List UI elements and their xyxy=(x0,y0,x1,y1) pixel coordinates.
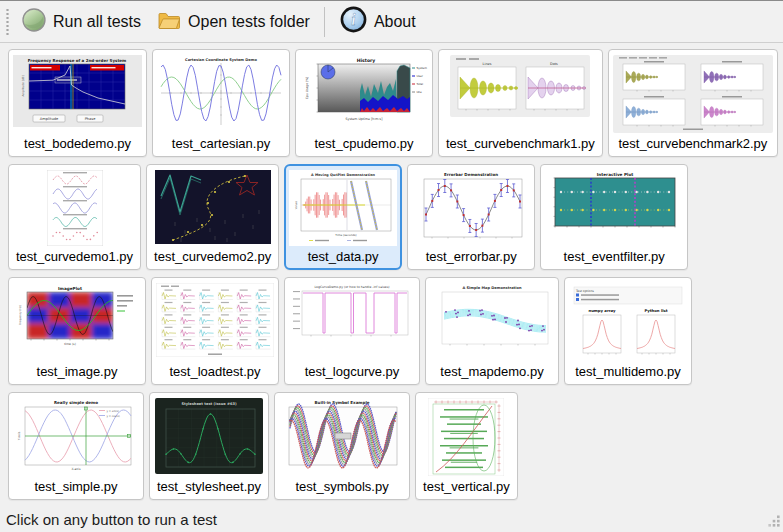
thumbnail: Frequency Response of a 2nd-order System… xyxy=(13,55,142,127)
thumbnail-test_stylesheet.py: Stylesheet test (issue #63) xyxy=(155,398,263,474)
thumbnail-test_symbols.py: Built-in Symbol Example xyxy=(279,398,405,472)
thumbnail-test_curvebenchmark2.py xyxy=(613,55,773,133)
svg-text:Cpu Usage [%]: Cpu Usage [%] xyxy=(305,77,309,99)
svg-text:LogCurveDemo.py (or how to han: LogCurveDemo.py (or how to handle -inf v… xyxy=(314,285,389,289)
svg-text:Built-in Symbol Example: Built-in Symbol Example xyxy=(315,400,370,405)
test-card-label: test_vertical.py xyxy=(420,476,513,497)
thumbnail-test_eventfilter.py: Interactive Plot xyxy=(545,170,683,234)
test-card-label: test_errorbar.py xyxy=(423,246,520,267)
thumbnail-test_loadtest.py xyxy=(156,283,274,357)
run-all-tests-button[interactable]: Run all tests xyxy=(17,4,151,40)
thumbnail: Really simple demoy = sin(x)y = cos(x)Y-… xyxy=(13,398,139,472)
svg-text:Python list: Python list xyxy=(644,308,667,313)
tests-grid: Frequency Response of a 2nd-order System… xyxy=(0,43,783,500)
test-card-test_curvebenchmark1.py[interactable]: LinesDotstest_curvebenchmark1.py xyxy=(438,49,603,157)
svg-text:Y-axis: Y-axis xyxy=(17,431,21,440)
test-card-test_symbols.py[interactable]: Built-in Symbol Exampletest_symbols.py xyxy=(274,392,410,500)
svg-text:System Uptime [h:m:s]: System Uptime [h:m:s] xyxy=(346,117,383,121)
test-card-label: test_multidemo.py xyxy=(572,361,684,382)
test-card-test_simple.py[interactable]: Really simple demoy = sin(x)y = cos(x)Y-… xyxy=(8,392,144,500)
test-card-test_curvebenchmark2.py[interactable]: test_curvebenchmark2.py xyxy=(608,49,778,157)
thumbnail: Errorbar Demonstration xyxy=(412,170,530,244)
test-card-label: test_curvedemo1.py xyxy=(13,246,136,267)
svg-text:Dots: Dots xyxy=(551,62,559,66)
grid-row: ImagePlotFrequency (Hz)time (s)test_imag… xyxy=(8,277,779,385)
svg-text:ImagePlot: ImagePlot xyxy=(58,286,82,291)
svg-text:System: System xyxy=(417,66,428,70)
test-card-test_image.py[interactable]: ImagePlotFrequency (Hz)time (s)test_imag… xyxy=(8,277,146,385)
thumbnail-test_simple.py: Really simple demoy = sin(x)y = cos(x)Y-… xyxy=(13,398,139,472)
test-card-label: test_logcurve.py xyxy=(302,361,403,382)
svg-text:Amplitude: Amplitude xyxy=(40,117,59,121)
toolbar-separator xyxy=(324,7,325,37)
thumbnail: HistorySystemUserTotalIdleCpu Usage [%]S… xyxy=(300,55,428,123)
thumbnail-test_curvedemo1.py xyxy=(47,170,103,246)
svg-text:Test options: Test options xyxy=(575,289,594,293)
test-card-test_bodedemo.py[interactable]: Frequency Response of a 2nd-order System… xyxy=(8,49,147,157)
svg-text:Phase: Phase xyxy=(85,117,97,121)
test-card-test_cartesian.py[interactable]: Cartesian Coordinate System Demotest_car… xyxy=(152,49,290,157)
thumbnail xyxy=(156,283,274,357)
thumbnail: A Simple Map Demonstration xyxy=(430,283,554,353)
test-card-test_cpudemo.py[interactable]: HistorySystemUserTotalIdleCpu Usage [%]S… xyxy=(295,49,433,157)
grid-row: test_curvedemo1.pytest_curvedemo2.pyA Mo… xyxy=(8,164,779,270)
test-card-test_mapdemo.py[interactable]: A Simple Map Demonstrationtest_mapdemo.p… xyxy=(425,277,559,385)
test-card-label: test_bodedemo.py xyxy=(21,133,134,154)
test-card-test_multidemo.py[interactable]: Test optionsnumpy arrayPython listtest_m… xyxy=(564,277,692,385)
test-card-test_stylesheet.py[interactable]: Stylesheet test (issue #63)test_styleshe… xyxy=(149,392,269,500)
thumbnail: Cartesian Coordinate System Demo xyxy=(157,55,285,127)
test-card-label: test_image.py xyxy=(34,361,121,382)
open-tests-folder-button[interactable]: Open tests folder xyxy=(153,6,320,38)
test-card-label: test_data.py xyxy=(305,246,382,267)
svg-text:numpy array: numpy array xyxy=(588,308,616,313)
open-tests-folder-label: Open tests folder xyxy=(188,13,310,31)
test-card-test_curvedemo1.py[interactable]: test_curvedemo1.py xyxy=(8,164,141,270)
thumbnail: Stylesheet test (issue #63) xyxy=(154,398,264,474)
thumbnail-test_cpudemo.py: HistorySystemUserTotalIdleCpu Usage [%]S… xyxy=(300,55,428,123)
svg-text:y = sin(x): y = sin(x) xyxy=(107,410,120,413)
thumbnail-test_image.py: ImagePlotFrequency (Hz)time (s) xyxy=(13,283,141,355)
thumbnail xyxy=(613,55,773,133)
test-card-label: test_symbols.py xyxy=(292,476,391,497)
test-card-label: test_curvebenchmark2.py xyxy=(615,133,770,154)
about-info-icon: i xyxy=(339,5,368,38)
test-card-test_loadtest.py[interactable]: test_loadtest.py xyxy=(151,277,279,385)
resize-grip-icon[interactable] xyxy=(768,513,780,530)
about-button[interactable]: i About xyxy=(335,2,426,41)
toolbar-grip[interactable] xyxy=(4,7,10,37)
test-card-label: test_cartesian.py xyxy=(169,133,273,154)
svg-text:Values: Values xyxy=(295,200,298,209)
thumbnail: Interactive Plot xyxy=(545,170,683,234)
svg-text:History: History xyxy=(357,58,375,63)
toolbar: Run all tests Open tests folder i xyxy=(0,1,783,43)
run-sphere-icon xyxy=(21,7,47,37)
test-card-test_curvedemo2.py[interactable]: test_curvedemo2.py xyxy=(146,164,279,270)
test-card-test_vertical.py[interactable]: test_vertical.py xyxy=(415,392,518,500)
test-card-test_eventfilter.py[interactable]: Interactive Plottest_eventfilter.py xyxy=(540,164,688,270)
svg-text:A Moving QwtPlot Demonstration: A Moving QwtPlot Demonstration xyxy=(311,173,375,177)
thumbnail-test_mapdemo.py: A Simple Map Demonstration xyxy=(430,283,554,353)
run-all-tests-label: Run all tests xyxy=(53,13,141,31)
svg-text:Errorbar Demonstration: Errorbar Demonstration xyxy=(444,172,498,177)
open-folder-icon xyxy=(157,9,182,35)
thumbnail: Test optionsnumpy arrayPython list xyxy=(569,283,687,361)
test-card-test_errorbar.py[interactable]: Errorbar Demonstrationtest_errorbar.py xyxy=(407,164,535,270)
test-card-label: test_cpudemo.py xyxy=(311,133,416,154)
test-card-label: test_eventfilter.py xyxy=(561,246,668,267)
test-card-label: test_loadtest.py xyxy=(166,361,263,382)
test-card-label: test_curvebenchmark1.py xyxy=(443,133,598,154)
svg-text:Lines: Lines xyxy=(483,62,492,66)
status-bar: Click on any button to run a test xyxy=(0,505,783,532)
status-message: Click on any button to run a test xyxy=(6,511,217,528)
test-card-test_logcurve.py[interactable]: LogCurveDemo.py (or how to handle -inf v… xyxy=(284,277,420,385)
svg-text:Cartesian Coordinate System De: Cartesian Coordinate System Demo xyxy=(185,58,258,62)
thumbnail-test_curvebenchmark1.py: LinesDots xyxy=(450,55,590,117)
about-label: About xyxy=(374,13,416,31)
test-card-test_data.py[interactable]: A Moving QwtPlot DemonstrationValuesTime… xyxy=(284,164,402,270)
svg-text:Frequency (Hz): Frequency (Hz) xyxy=(19,305,22,325)
svg-text:y = cos(x): y = cos(x) xyxy=(107,415,120,418)
svg-text:Total: Total xyxy=(416,82,424,86)
svg-text:Stylesheet test (issue #63): Stylesheet test (issue #63) xyxy=(181,402,237,406)
grid-row: Really simple demoy = sin(x)y = cos(x)Y-… xyxy=(8,392,779,500)
thumbnail-test_vertical.py xyxy=(428,398,504,476)
